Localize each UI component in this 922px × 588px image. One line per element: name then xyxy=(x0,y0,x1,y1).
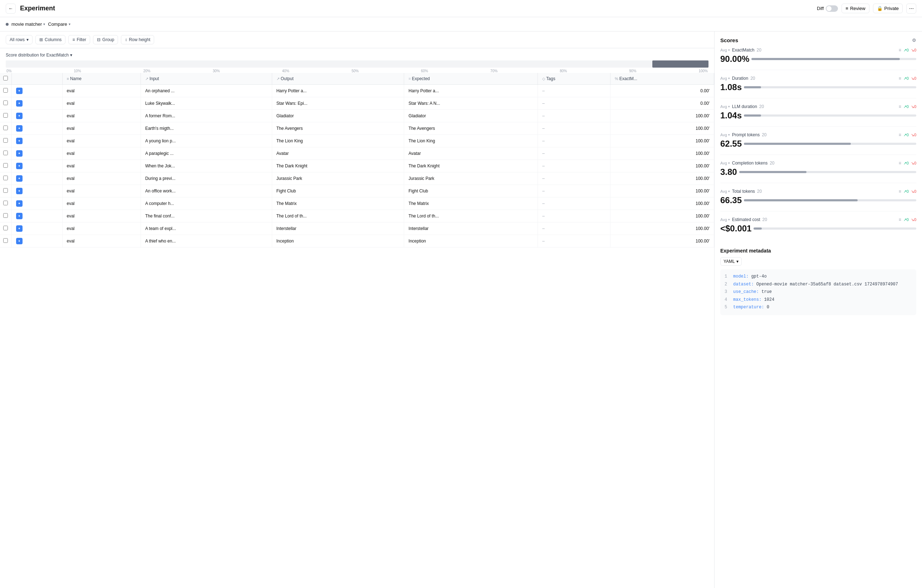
chevron-down-icon: ▾ xyxy=(43,22,45,26)
avg-label[interactable]: Avg ▾ xyxy=(720,48,730,52)
row-name: eval xyxy=(62,222,141,235)
row-tags: – xyxy=(538,235,610,248)
row-expected: Fight Club xyxy=(404,185,538,198)
row-checkbox[interactable] xyxy=(0,198,11,210)
score-bar-background xyxy=(754,227,916,230)
scores-title: Scores xyxy=(720,37,738,43)
private-button[interactable]: 🔒 Private xyxy=(873,3,903,13)
group-button[interactable]: ⊟ Group xyxy=(93,35,118,44)
score-block-total-tokens: Avg ▾ Total tokens 20 ≡ ↗0 ↘0 66.35 xyxy=(720,189,916,211)
row-checkbox[interactable] xyxy=(0,147,11,160)
back-button[interactable]: ← xyxy=(6,3,16,14)
filter-button[interactable]: ≡ Filter xyxy=(68,35,90,44)
filter-small-icon[interactable]: ≡ xyxy=(899,132,901,137)
row-checkbox[interactable] xyxy=(0,135,11,147)
row-output: The Matrix xyxy=(272,198,404,210)
row-checkbox[interactable] xyxy=(0,235,11,248)
row-checkbox[interactable] xyxy=(0,97,11,110)
row-checkbox[interactable] xyxy=(0,222,11,235)
score-meta: Avg ▾ Duration 20 ≡ ↗0 ↘0 xyxy=(720,76,916,81)
filter-small-icon[interactable]: ≡ xyxy=(899,161,901,166)
review-label: Review xyxy=(850,6,865,11)
row-input: A former Rom... xyxy=(141,110,272,122)
movie-matcher-item[interactable]: movie matcher ▾ xyxy=(11,21,45,27)
row-checkbox[interactable] xyxy=(0,172,11,185)
row-checkbox[interactable] xyxy=(0,122,11,135)
diff-toggle-switch[interactable] xyxy=(826,5,838,12)
table-row: ✦ eval A former Rom... Gladiator Gladiat… xyxy=(0,110,714,122)
eval-icon: ✦ xyxy=(16,213,23,219)
row-checkbox[interactable] xyxy=(0,110,11,122)
score-bar-row: 1.04s xyxy=(720,111,916,121)
score-meta-left: Avg ▾ Completion tokens 20 xyxy=(720,161,775,166)
score-meta-right: ≡ ↗0 ↘0 xyxy=(899,132,916,137)
score-metric-label: Prompt tokens xyxy=(732,132,760,137)
col-header-exactmatch: %ExactM... xyxy=(610,73,714,85)
avg-label[interactable]: Avg ▾ xyxy=(720,76,730,80)
group-icon: ⊟ xyxy=(97,37,100,42)
row-checkbox[interactable] xyxy=(0,185,11,198)
eval-icon: ✦ xyxy=(16,188,23,194)
avg-label[interactable]: Avg ▾ xyxy=(720,105,730,109)
row-tags: – xyxy=(538,210,610,222)
header-left: ← Experiment xyxy=(6,3,55,14)
row-score: 0.00' xyxy=(610,85,714,97)
row-checkbox[interactable] xyxy=(0,160,11,172)
score-meta-right: ≡ ↗0 ↘0 xyxy=(899,104,916,109)
score-meta: Avg ▾ Completion tokens 20 ≡ ↗0 ↘0 xyxy=(720,161,916,166)
avg-label[interactable]: Avg ▾ xyxy=(720,161,730,165)
row-output: Avatar xyxy=(272,147,404,160)
row-expected: Interstellar xyxy=(404,222,538,235)
code-content: temperature: 0 xyxy=(733,304,769,312)
row-icon-cell: ✦ xyxy=(11,235,62,248)
code-val: 1024 xyxy=(764,297,774,302)
row-score: 100.00' xyxy=(610,172,714,185)
avg-label[interactable]: Avg ▾ xyxy=(720,133,730,137)
compare-item[interactable]: Compare ▾ xyxy=(48,21,70,27)
code-line: 5 temperature: 0 xyxy=(724,304,912,312)
row-input: An office work... xyxy=(141,185,272,198)
filter-small-icon[interactable]: ≡ xyxy=(899,104,901,109)
filter-small-icon[interactable]: ≡ xyxy=(899,189,901,194)
select-all-checkbox[interactable] xyxy=(0,73,11,85)
table-row: ✦ eval Earth's migth... The Avengers The… xyxy=(0,122,714,135)
row-score: 100.00' xyxy=(610,122,714,135)
row-name: eval xyxy=(62,172,141,185)
eval-badge: ✦ xyxy=(16,238,23,244)
scores-settings-icon[interactable]: ⚙ xyxy=(912,38,916,43)
line-number: 2 xyxy=(724,281,729,289)
row-name: eval xyxy=(62,97,141,110)
row-expected: Jurassic Park xyxy=(404,172,538,185)
avg-label[interactable]: Avg ▾ xyxy=(720,217,730,222)
score-metric-label: Total tokens xyxy=(732,189,755,194)
row-checkbox[interactable] xyxy=(0,85,11,97)
score-bar-row: 90.00% xyxy=(720,54,916,64)
review-button[interactable]: ≡ Review xyxy=(842,3,869,13)
more-button[interactable]: ⋯ xyxy=(906,3,916,14)
row-height-button[interactable]: ↕ Row height xyxy=(121,35,154,44)
columns-button[interactable]: ⊞ Columns xyxy=(35,35,65,44)
score-meta-left: Avg ▾ Total tokens 20 xyxy=(720,189,762,194)
score-meta-right: ≡ ↗0 ↘0 xyxy=(899,217,916,222)
movie-matcher-label: movie matcher xyxy=(11,21,42,27)
filter-small-icon[interactable]: ≡ xyxy=(899,76,901,81)
delta-up: ↗0 xyxy=(903,133,909,137)
score-count: 20 xyxy=(759,104,764,109)
row-expected: The Dark Knight xyxy=(404,160,538,172)
row-checkbox[interactable] xyxy=(0,210,11,222)
code-content: use_cache: true xyxy=(733,288,772,296)
avg-label[interactable]: Avg ▾ xyxy=(720,189,730,193)
toolbar: All rows ▾ ⊞ Columns ≡ Filter ⊟ Group ↕ … xyxy=(0,31,714,48)
filter-small-icon[interactable]: ≡ xyxy=(899,47,901,52)
row-icon-cell: ✦ xyxy=(11,198,62,210)
row-score: 100.00' xyxy=(610,222,714,235)
filter-small-icon[interactable]: ≡ xyxy=(899,217,901,222)
diff-label: Diff xyxy=(817,6,824,11)
code-key: max_tokens: xyxy=(733,297,762,302)
yaml-selector[interactable]: YAML ▾ xyxy=(720,257,742,266)
all-rows-button[interactable]: All rows ▾ xyxy=(6,35,33,44)
select-all-input[interactable] xyxy=(3,76,8,80)
row-expected: The Lion King xyxy=(404,135,538,147)
row-output: Interstellar xyxy=(272,222,404,235)
data-table: ≡Name ↗Input ↗Output =Expected ◇Tags xyxy=(0,73,714,588)
